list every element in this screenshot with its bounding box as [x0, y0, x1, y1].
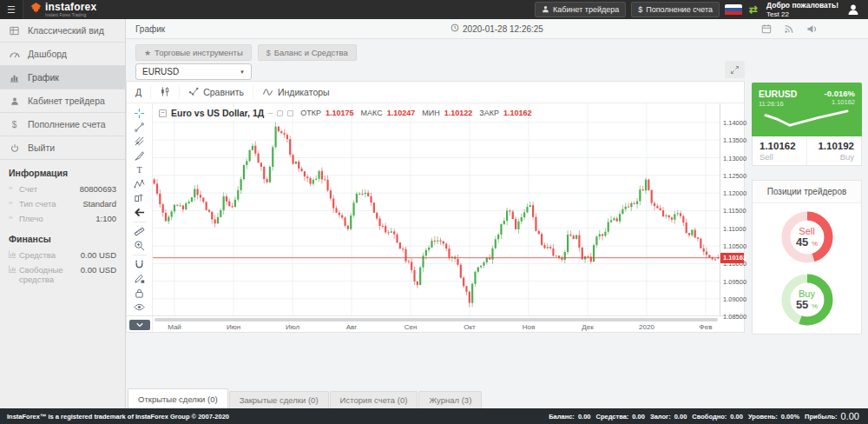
- forecast-icon[interactable]: [129, 192, 150, 203]
- time-tick: 2020: [639, 323, 654, 331]
- trading-instruments-button[interactable]: ★ Торговые инструменты: [135, 44, 252, 61]
- language-flag-ru-icon[interactable]: [725, 4, 742, 16]
- time-axis[interactable]: МайИюнИюлАвгСенОктНояДек2020Фев: [153, 316, 720, 334]
- drawing-lock-icon[interactable]: [129, 273, 150, 284]
- positions-card: Позиции трейдеров Sell 45 % Buy 55 %: [752, 180, 862, 335]
- hamburger-menu-icon[interactable]: ☰: [0, 0, 23, 19]
- sidebar-row: »Счет80800693: [0, 182, 125, 196]
- lock-icon[interactable]: [129, 288, 150, 299]
- chevrons-icon: »: [9, 214, 19, 222]
- deposit-button[interactable]: $ Пополнение счета: [631, 2, 720, 17]
- pattern-icon[interactable]: [129, 178, 150, 189]
- footer-stat-label: Свободно:: [692, 413, 727, 421]
- balance-funds-button[interactable]: $ Баланс и Средства: [258, 44, 357, 61]
- back-arrow-icon[interactable]: [129, 207, 150, 218]
- chart-plot[interactable]: − Euro vs US Dollar, 1Д – ОТКР1.10175 МА…: [153, 103, 720, 315]
- chart-icon: [9, 73, 20, 83]
- price-tick: 1.11500: [723, 207, 746, 215]
- footer-stat-value: 0.00: [674, 413, 687, 421]
- price-tick: 1.08500: [723, 313, 746, 321]
- crosshair-icon[interactable]: [129, 108, 150, 119]
- avatar-icon[interactable]: [847, 3, 859, 16]
- footer-stat-value: 0.00%: [781, 413, 799, 421]
- price-tick: 1.13500: [723, 136, 746, 144]
- tab-4[interactable]: Журнал (3): [418, 391, 482, 408]
- copyright: InstaForex™ is a registered trademark of…: [7, 413, 549, 421]
- sell-price: 1.10162: [760, 140, 799, 152]
- rss-icon[interactable]: [784, 23, 794, 34]
- user-icon: [9, 96, 20, 106]
- sidebar-item-выйти[interactable]: Выйти: [0, 136, 125, 160]
- sidebar-row: »Тип счетаStandard: [0, 196, 125, 211]
- price-tick: 1.09500: [723, 277, 746, 285]
- sidebar-item-пополнение-счета[interactable]: $Пополнение счета: [0, 113, 125, 136]
- legend-toggle-icon[interactable]: [277, 110, 283, 116]
- sidebar-finance-title: Финансы: [0, 226, 125, 248]
- quote-tile[interactable]: EURUSD 11:26:16 -0.016% 1.10162: [752, 83, 862, 136]
- footer-stat-value: 0.00: [730, 413, 743, 421]
- ohlc-close: 1.10162: [503, 109, 532, 117]
- calendar-icon[interactable]: [761, 23, 772, 34]
- swap-arrows-icon[interactable]: ⇄: [749, 3, 758, 16]
- tab-1[interactable]: Открытые сделки (0): [128, 388, 228, 408]
- person-icon: [542, 5, 549, 15]
- brush-icon[interactable]: [129, 150, 150, 162]
- sidebar-item-кабинет-трейдера[interactable]: Кабинет трейдера: [0, 89, 125, 113]
- chart-type-button[interactable]: [151, 85, 180, 99]
- logo[interactable]: instaforex Instant Forex Trading: [30, 2, 96, 17]
- ohlc-high: 1.10247: [387, 109, 416, 117]
- quote-card: EURUSD 11:26:16 -0.016% 1.10162 1.10162 …: [752, 83, 862, 166]
- logo-text: instaforex: [45, 2, 96, 12]
- time-tick: Фев: [700, 323, 713, 331]
- quote-symbol: EURUSD: [759, 89, 797, 100]
- trendline-icon[interactable]: [129, 122, 150, 133]
- mini-chart-icon: [9, 265, 19, 275]
- sidebar-item-классический-вид[interactable]: Классический вид: [0, 19, 125, 43]
- tab-3[interactable]: История счета (0): [330, 391, 418, 408]
- tools-column: T: [127, 103, 153, 315]
- footer: InstaForex™ is a registered trademark of…: [0, 408, 868, 424]
- toolbar-collapse-button[interactable]: [129, 320, 150, 330]
- star-icon: ★: [144, 49, 151, 57]
- chevrons-icon: »: [9, 199, 19, 207]
- tab-2[interactable]: Закрытые сделки (0): [229, 391, 329, 408]
- sidebar-item-график[interactable]: График: [0, 66, 125, 89]
- symbol-select[interactable]: EURUSD ▼: [135, 63, 252, 80]
- welcome-label: Добро пожаловать!: [766, 1, 838, 10]
- indicators-icon: [262, 87, 273, 98]
- svg-text:T: T: [136, 165, 142, 175]
- ruler-icon[interactable]: [129, 226, 150, 237]
- compare-button[interactable]: Сравнить: [180, 85, 253, 99]
- time-tick: Июл: [286, 323, 299, 331]
- compare-icon: [188, 86, 199, 98]
- legend-settings-icon[interactable]: [287, 110, 293, 116]
- time-tick: Сен: [404, 323, 418, 331]
- chart-legend: − Euro vs US Dollar, 1Д – ОТКР1.10175 МА…: [159, 108, 532, 118]
- dollar-icon: $: [9, 120, 20, 129]
- interval-button[interactable]: Д: [127, 85, 151, 99]
- collapse-legend-icon[interactable]: −: [159, 109, 167, 117]
- price-tick: 1.12000: [723, 189, 746, 197]
- indicators-button[interactable]: Индикаторы: [253, 85, 339, 99]
- time-scrollbar[interactable]: [155, 318, 718, 321]
- sell-quote-button[interactable]: 1.10162 Sell: [753, 136, 807, 165]
- price-axis[interactable]: 1.10162 1.140001.135001.130001.125001.12…: [720, 103, 744, 315]
- fibtools-icon[interactable]: [129, 136, 150, 147]
- magnet-icon[interactable]: [129, 259, 150, 270]
- dollar-icon: $: [638, 5, 642, 14]
- sidebar-item-дашборд[interactable]: Дашборд: [0, 43, 125, 66]
- eye-icon[interactable]: [129, 301, 150, 313]
- current-datetime: 2020-01-28 12:26:25: [463, 24, 543, 34]
- footer-stat-value: 0.00: [632, 413, 645, 421]
- footer-stat-value: 0.00: [578, 413, 591, 421]
- sidebar: Классический видДашбордГрафикКабинет тре…: [0, 19, 126, 408]
- tabs-bar: Открытые сделки (0)Закрытые сделки (0)Ис…: [128, 388, 483, 408]
- buy-price: 1.10192: [814, 140, 854, 152]
- cabinet-button[interactable]: Кабинет трейдера: [535, 2, 626, 17]
- text-tool-icon[interactable]: T: [129, 164, 150, 176]
- ohlc-open: 1.10175: [326, 109, 354, 117]
- buy-quote-button[interactable]: 1.10192 Buy: [807, 136, 861, 165]
- zoom-in-icon[interactable]: [129, 240, 150, 251]
- megaphone-icon[interactable]: [806, 23, 818, 34]
- fullscreen-button[interactable]: [725, 61, 745, 78]
